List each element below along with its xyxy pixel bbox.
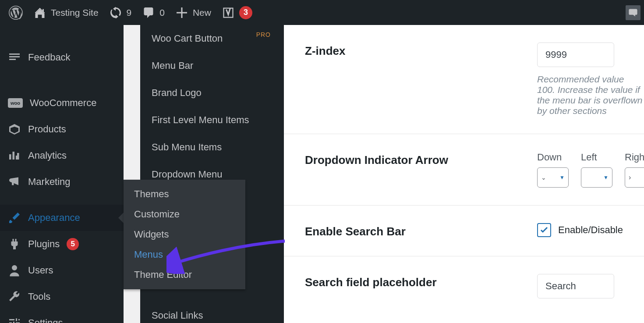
sidebar-item-plugins[interactable]: Plugins 5 xyxy=(0,231,124,257)
package-icon xyxy=(8,123,21,136)
site-name-label: Testing Site xyxy=(51,7,99,18)
section-item-menu-bar[interactable]: Menu Bar xyxy=(140,52,284,79)
adminbar-right xyxy=(626,5,640,20)
new-label: New xyxy=(193,7,211,18)
submenu-label: Customize xyxy=(134,209,180,220)
admin-sidebar: Feedback woo WooCommerce Products Analyt… xyxy=(0,25,124,323)
sidebar-item-label: Users xyxy=(28,265,53,276)
refresh-icon xyxy=(109,6,122,19)
left-arrow-select[interactable]: ▼ xyxy=(581,167,612,188)
section-label: Sub Menu Items xyxy=(152,142,222,153)
submenu-label: Widgets xyxy=(134,229,169,240)
zindex-label: Z-index xyxy=(305,43,537,58)
plus-icon xyxy=(175,6,188,19)
enable-search-label: Enable Search Bar xyxy=(305,223,537,238)
comments-link[interactable]: 0 xyxy=(137,0,170,25)
submenu-label: Menus xyxy=(134,249,163,260)
section-item-sub-menu-items[interactable]: Sub Menu Items xyxy=(140,134,284,161)
submenu-item-themes[interactable]: Themes xyxy=(124,184,245,204)
sidebar-item-settings[interactable]: Settings xyxy=(0,310,124,323)
right-arrow-select[interactable]: › ▼ xyxy=(625,167,644,188)
sidebar-item-label: Products xyxy=(28,124,66,135)
sidebar-item-users[interactable]: Users xyxy=(0,257,124,284)
sidebar-item-label: Tools xyxy=(28,291,50,302)
submenu-label: Themes xyxy=(134,188,169,199)
section-item-woo-cart-button[interactable]: Woo Cart Button PRO xyxy=(140,25,284,52)
admin-bar: Testing Site 9 0 New 3 xyxy=(0,0,644,25)
submenu-item-theme-editor[interactable]: Theme Editor xyxy=(124,265,245,285)
wrench-icon xyxy=(8,290,21,303)
pro-badge: PRO xyxy=(256,31,271,38)
site-name-link[interactable]: Testing Site xyxy=(28,0,104,25)
submenu-item-widgets[interactable]: Widgets xyxy=(124,224,245,245)
yoast-link[interactable]: 3 xyxy=(216,0,258,25)
submenu-item-customize[interactable]: Customize xyxy=(124,204,245,224)
sidebar-item-label: Marketing xyxy=(28,176,71,188)
chevron-down-icon: ⌄ xyxy=(541,174,546,181)
sidebar-item-label: Plugins xyxy=(28,238,60,250)
section-item-social-links[interactable]: Social Links xyxy=(140,302,284,323)
section-item-brand-logo[interactable]: Brand Logo xyxy=(140,79,284,106)
sidebar-item-marketing[interactable]: Marketing xyxy=(0,169,124,195)
submenu-label: Theme Editor xyxy=(134,269,192,280)
woocommerce-icon: woo xyxy=(8,98,23,108)
sidebar-item-tools[interactable]: Tools xyxy=(0,284,124,310)
blank-option xyxy=(585,172,587,183)
down-label: Down xyxy=(537,152,569,163)
section-label: First Level Menu Items xyxy=(152,114,249,125)
feedback-icon xyxy=(8,51,21,64)
sliders-icon xyxy=(8,316,21,323)
enable-search-checkbox[interactable] xyxy=(537,223,551,237)
comment-icon xyxy=(142,6,155,19)
sidebar-item-appearance[interactable]: Appearance xyxy=(0,205,124,231)
sidebar-item-analytics[interactable]: Analytics xyxy=(0,142,124,169)
dropdown-arrow-label: Dropdown Indicator Arrow xyxy=(305,152,537,167)
user-icon xyxy=(8,264,21,277)
sidebar-item-label: Settings xyxy=(28,317,63,323)
plugins-badge: 5 xyxy=(67,238,79,250)
down-arrow-select[interactable]: ⌄ ▼ xyxy=(537,167,569,188)
dropdown-caret-icon: ▼ xyxy=(603,174,609,181)
megaphone-icon xyxy=(8,175,21,188)
search-placeholder-label: Search field placeholder xyxy=(305,274,537,289)
sidebar-item-feedback[interactable]: Feedback xyxy=(0,44,124,71)
yoast-icon xyxy=(222,6,235,19)
chevron-right-icon: › xyxy=(629,174,631,181)
wordpress-icon xyxy=(9,6,23,20)
check-icon xyxy=(540,226,548,234)
setting-row-dropdown-arrow: Dropdown Indicator Arrow Down ⌄ ▼ Left ▼ xyxy=(284,134,644,206)
sidebar-item-label: Analytics xyxy=(28,150,67,161)
section-label: Woo Cart Button xyxy=(152,33,223,44)
sidebar-item-label: WooCommerce xyxy=(30,97,96,109)
comments-count: 0 xyxy=(159,7,165,18)
wordpress-logo[interactable] xyxy=(4,0,28,25)
dropdown-caret-icon: ▼ xyxy=(559,174,565,181)
section-label: Menu Bar xyxy=(152,60,193,71)
bar-chart-icon xyxy=(8,149,21,162)
settings-panel: Z-index Recommended value 100. Increase … xyxy=(284,25,644,323)
right-label: Right xyxy=(625,152,644,163)
updates-link[interactable]: 9 xyxy=(104,0,137,25)
appearance-submenu: Themes Customize Widgets Menus Theme Edi… xyxy=(124,180,245,289)
sidebar-item-label: Feedback xyxy=(28,52,71,63)
sidebar-item-woocommerce[interactable]: woo WooCommerce xyxy=(0,90,124,116)
zindex-input[interactable] xyxy=(537,43,614,67)
enable-search-toggle-label: Enable/Disable xyxy=(558,224,623,236)
section-label: Social Links xyxy=(152,310,203,321)
setting-row-zindex: Z-index Recommended value 100. Increase … xyxy=(284,25,644,134)
home-icon xyxy=(33,6,46,19)
section-label: Dropdown Menu xyxy=(152,169,222,180)
search-placeholder-input[interactable] xyxy=(537,274,614,298)
yoast-badge: 3 xyxy=(239,6,252,19)
adminbar-chat-button[interactable] xyxy=(626,5,640,20)
chat-icon xyxy=(628,7,638,18)
new-content-link[interactable]: New xyxy=(170,0,216,25)
submenu-item-menus[interactable]: Menus xyxy=(124,245,245,265)
updates-count: 9 xyxy=(127,7,132,18)
brush-icon xyxy=(8,211,21,224)
section-item-first-level-menu[interactable]: First Level Menu Items xyxy=(140,106,284,134)
sidebar-item-label: Appearance xyxy=(28,212,80,224)
setting-row-enable-search: Enable Search Bar Enable/Disable xyxy=(284,206,644,256)
setting-row-search-placeholder: Search field placeholder xyxy=(284,256,644,316)
sidebar-item-products[interactable]: Products xyxy=(0,116,124,142)
